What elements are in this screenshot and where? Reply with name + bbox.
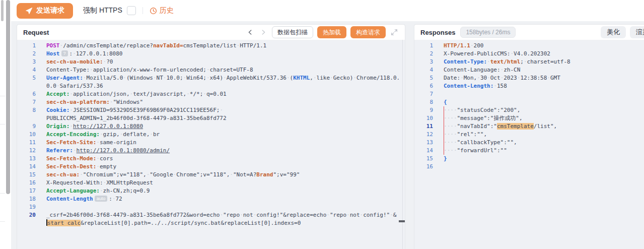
code-line: 2Host?:·127.0.0.1:8080 bbox=[17, 50, 405, 58]
code-line: 13····"callbackType":"", bbox=[414, 139, 644, 147]
code-line: 6Content-Length:·158 bbox=[414, 82, 644, 90]
request-editor[interactable]: 1POST·/admin/cmsTemplate/replace?navTabI… bbox=[17, 40, 405, 249]
code-line: 1HTTP/1.1·200 bbox=[414, 42, 644, 50]
response-panel-title: Responses bbox=[420, 29, 455, 36]
code-line: 17Accept-Language:·zh-CN,zh;q=0.9 bbox=[17, 187, 405, 195]
line-number: 2 bbox=[414, 50, 433, 58]
line-number: 6 bbox=[414, 82, 433, 90]
chevron-left-icon[interactable] bbox=[246, 28, 255, 37]
line-number: 7 bbox=[414, 90, 433, 98]
line-number: 14 bbox=[17, 163, 36, 171]
code-line: 12Referer:·http://127.0.0.1:8080/admin/ bbox=[17, 147, 405, 155]
request-panel: Request 数据包扫描 热加载 构造请求 1POST·/admin/cmsT… bbox=[17, 24, 405, 249]
send-request-button[interactable]: 发送请求 bbox=[17, 3, 73, 19]
line-number: 13 bbox=[17, 155, 36, 163]
code-line: 11····"navTabId":"cmsTemplate/list", bbox=[414, 122, 644, 131]
code-line: 11Sec-Fetch-Site:·same-origin bbox=[17, 139, 405, 147]
packet-scan-button[interactable]: 数据包扫描 bbox=[272, 26, 313, 38]
code-line: 18Content-Lengthauto:·72 bbox=[17, 195, 405, 203]
code-line: 0.0·Safari/537.36 bbox=[17, 82, 405, 90]
line-number bbox=[17, 114, 36, 122]
line-number: 1 bbox=[17, 42, 36, 50]
code-line: 4Content-Type:·application/x-www-form-ur… bbox=[17, 66, 405, 74]
line-number: 11 bbox=[17, 139, 36, 147]
response-panel-header: Responses 158bytes / 26ms 美化 渲染 bbox=[414, 25, 644, 40]
rail-divider bbox=[0, 221, 5, 222]
line-number: 19 bbox=[17, 203, 36, 211]
line-number: 12 bbox=[17, 147, 36, 155]
toolbar-divider bbox=[142, 7, 143, 14]
code-line: 8{ bbox=[414, 98, 644, 106]
line-number: 8 bbox=[414, 98, 433, 106]
line-number: 4 bbox=[414, 66, 433, 74]
code-line: 4Content-Language:·zh-CN bbox=[414, 66, 644, 74]
inline-hint-badge: auto bbox=[95, 196, 108, 202]
beautify-button[interactable]: 美化 bbox=[601, 26, 626, 38]
inline-hint-badge: ? bbox=[61, 50, 68, 56]
line-number: 3 bbox=[414, 58, 433, 66]
line-number: 16 bbox=[414, 163, 433, 171]
send-request-label: 发送请求 bbox=[36, 6, 64, 15]
line-number: 18 bbox=[17, 195, 36, 203]
overview-ruler bbox=[402, 40, 403, 249]
line-number: 2 bbox=[17, 50, 36, 58]
code-line: 16 bbox=[414, 163, 644, 171]
line-number: 15 bbox=[414, 155, 433, 163]
construct-request-button[interactable]: 构造请求 bbox=[350, 26, 386, 38]
line-number: 9 bbox=[17, 122, 36, 131]
rail-divider bbox=[0, 193, 5, 194]
code-line: 20_csrf=2b46f00d-3f68-4479-a831-35be6a8f… bbox=[17, 211, 405, 219]
line-number bbox=[17, 82, 36, 90]
line-number: 5 bbox=[17, 74, 36, 82]
code-line: 5User-Agent:·Mozilla/5.0·(Windows·NT·10.… bbox=[17, 74, 405, 82]
code-line: 2X-Powered-PublicCMS:·V4.0.202302 bbox=[414, 50, 644, 58]
request-panel-title: Request bbox=[23, 29, 49, 36]
rail-divider bbox=[0, 124, 5, 125]
line-number: 11 bbox=[414, 122, 433, 131]
page-left-rail bbox=[0, 0, 11, 249]
scrollbar-thumb[interactable] bbox=[1, 0, 4, 21]
expand-icon[interactable] bbox=[390, 28, 399, 37]
chevron-right-icon[interactable] bbox=[259, 28, 268, 37]
code-line: 7 bbox=[414, 90, 644, 98]
code-line: start·calc&replaceList[0].path=../../scr… bbox=[17, 219, 405, 227]
paper-plane-icon bbox=[25, 7, 33, 15]
hot-reload-button[interactable]: 热加载 bbox=[317, 26, 346, 38]
line-number: 14 bbox=[414, 147, 433, 155]
code-line: 9····"statusCode":"200", bbox=[414, 106, 644, 114]
line-number: 8 bbox=[17, 106, 36, 114]
code-line: 12····"rel":"", bbox=[414, 131, 644, 139]
history-button[interactable]: 历史 bbox=[150, 6, 174, 15]
line-number: 20 bbox=[17, 211, 36, 219]
code-line: PUBLICCMS_ADMIN=1_2b46f00d-3f68-4479-a83… bbox=[17, 114, 405, 122]
line-number: 17 bbox=[17, 187, 36, 195]
line-number: 1 bbox=[414, 42, 433, 50]
top-toolbar: 发送请求 强制 HTTPS 历史 bbox=[17, 3, 174, 19]
code-line: 3Content-Type:·text/html;·charset=utf-8 bbox=[414, 58, 644, 66]
line-number: 7 bbox=[17, 98, 36, 106]
code-line: 10Accept-Encoding:·gzip,·deflate,·br bbox=[17, 131, 405, 139]
rail-divider bbox=[0, 96, 5, 96]
overview-ruler-cursor-marker bbox=[399, 220, 405, 222]
clock-icon bbox=[150, 7, 157, 15]
code-line: 5Date:·Mon,·30·Oct·2023·12:38:58·GMT bbox=[414, 74, 644, 82]
line-number: 12 bbox=[414, 131, 433, 139]
line-number: 10 bbox=[17, 131, 36, 139]
code-line: 13Sec-Fetch-Mode:·cors bbox=[17, 155, 405, 163]
code-line: 3sec-ch-ua-mobile:·?0 bbox=[17, 58, 405, 66]
code-line: 19 bbox=[17, 203, 405, 211]
line-number: 6 bbox=[17, 90, 36, 98]
response-editor[interactable]: 1HTTP/1.1·2002X-Powered-PublicCMS:·V4.0.… bbox=[414, 40, 644, 249]
page-scrollbar-thumb[interactable] bbox=[6, 0, 10, 194]
code-line: 14····"forwardUrl":"" bbox=[414, 147, 644, 155]
code-line: 14Sec-Fetch-Dest:·empty bbox=[17, 163, 405, 171]
line-number: 15 bbox=[17, 171, 36, 179]
code-line: 9Origin:·http://127.0.0.1:8080 bbox=[17, 122, 405, 131]
code-line: 15} bbox=[414, 155, 644, 163]
force-https-checkbox[interactable] bbox=[127, 6, 136, 15]
render-button[interactable]: 渲染 bbox=[630, 26, 644, 38]
line-number: 16 bbox=[17, 179, 36, 187]
history-label: 历史 bbox=[160, 6, 174, 15]
force-https-label: 强制 HTTPS bbox=[83, 6, 122, 15]
line-number: 5 bbox=[414, 74, 433, 82]
